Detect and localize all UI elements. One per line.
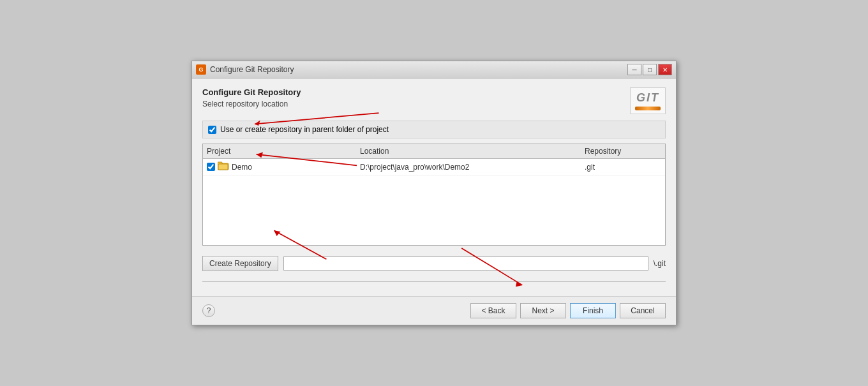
dialog-main-title: Configure Git Repository [202, 87, 301, 97]
project-table: Project Location Repository [202, 144, 666, 246]
checkbox-row: Use or create repository in parent folde… [202, 121, 666, 138]
repo-suffix: \.git [654, 259, 666, 268]
finish-button[interactable]: Finish [570, 303, 616, 318]
use-create-repo-checkbox[interactable] [208, 126, 216, 134]
repository-cell: .git [585, 163, 661, 172]
project-name: Demo [232, 163, 252, 172]
title-bar: G Configure Git Repository ─ □ ✕ [192, 61, 676, 78]
dialog-header: Configure Git Repository Select reposito… [202, 87, 666, 114]
project-checkbox[interactable] [207, 163, 215, 171]
maximize-button[interactable]: □ [643, 64, 657, 75]
create-repo-row: Create Repository \.git [202, 252, 666, 275]
cancel-button[interactable]: Cancel [620, 303, 666, 318]
minimize-button[interactable]: ─ [627, 64, 641, 75]
configure-git-dialog: G Configure Git Repository ─ □ ✕ Configu… [191, 61, 677, 325]
git-logo-bar [635, 107, 661, 110]
dialog-title-section: Configure Git Repository Select reposito… [202, 87, 301, 108]
back-button[interactable]: < Back [470, 303, 516, 318]
title-bar-buttons: ─ □ ✕ [627, 64, 672, 75]
col-header-repository: Repository [585, 147, 661, 156]
close-button[interactable]: ✕ [658, 64, 672, 75]
git-logo-text: GIT [636, 91, 659, 105]
svg-rect-2 [218, 164, 228, 170]
col-header-project: Project [207, 147, 360, 156]
col-header-location: Location [360, 147, 585, 156]
title-bar-left: G Configure Git Repository [196, 64, 294, 75]
repo-path-input[interactable] [283, 256, 648, 271]
project-cell: Demo [207, 161, 360, 172]
footer-buttons: < Back Next > Finish Cancel [470, 303, 666, 318]
next-button[interactable]: Next > [520, 303, 566, 318]
separator [202, 281, 666, 282]
help-button[interactable]: ? [202, 304, 215, 317]
git-logo: GIT [630, 87, 666, 114]
create-repository-button[interactable]: Create Repository [202, 256, 278, 271]
location-cell: D:\project\java_pro\work\Demo2 [360, 163, 585, 172]
checkbox-label: Use or create repository in parent folde… [220, 125, 389, 134]
dialog-body: Configure Git Repository Select reposito… [192, 78, 676, 296]
dialog-subtitle: Select repository location [202, 100, 301, 108]
table-header: Project Location Repository [203, 144, 665, 159]
git-icon: G [196, 64, 206, 75]
dialog-footer: ? < Back Next > Finish Cancel [192, 296, 676, 325]
window-title: Configure Git Repository [210, 65, 294, 74]
folder-icon [218, 161, 229, 172]
table-row: Demo D:\project\java_pro\work\Demo2 .git [203, 159, 665, 175]
